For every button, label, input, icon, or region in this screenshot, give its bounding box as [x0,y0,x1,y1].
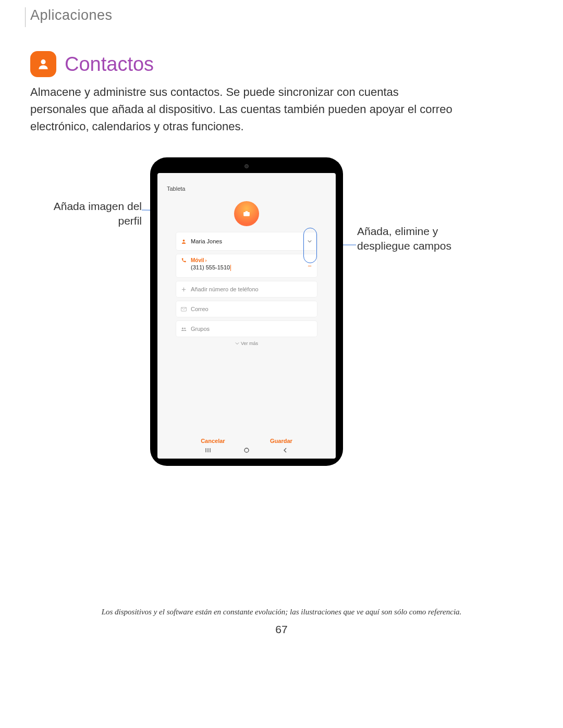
breadcrumb: Aplicaciones [30,7,113,23]
callout-oval [303,228,317,263]
nav-bar [157,446,336,455]
svg-rect-3 [243,212,250,216]
svg-point-8 [184,327,186,329]
text-cursor [230,265,231,271]
groups-field[interactable]: Grupos [176,321,317,337]
screen: Tableta Maria Jones [157,173,336,459]
header-rule [25,7,26,27]
svg-point-7 [181,327,183,329]
nav-recent-icon[interactable] [205,446,211,455]
svg-point-9 [244,448,249,452]
groups-label: Grupos [191,326,317,332]
person-icon [176,239,191,244]
svg-rect-4 [246,211,248,212]
chevron-right-icon: › [205,258,207,263]
remove-field-button[interactable]: − [307,263,313,269]
camera-icon [243,211,250,217]
description-text: Almacene y administre sus contactos. Se … [30,83,452,135]
page-title: Contactos [65,53,154,76]
chevron-down-icon [235,342,239,345]
account-label: Tableta [167,186,185,192]
save-button[interactable]: Guardar [270,438,292,444]
add-phone-label: Añadir número de teléfono [191,286,317,292]
svg-point-0 [41,59,45,64]
bottom-actions: Cancelar Guardar [157,438,336,444]
callout-fields: Añada, elimine y despliegue campos [357,224,461,254]
phone-type-label[interactable]: Móvil [191,257,204,263]
camera-dot [244,164,249,168]
ver-mas-button[interactable]: Ver más [176,341,317,346]
contacts-icon [30,51,56,77]
add-phone-field[interactable]: Añadir número de teléfono [176,281,317,297]
email-label: Correo [191,306,317,312]
page-number: 67 [0,623,563,636]
nav-home-icon[interactable] [243,446,250,455]
cancel-button[interactable]: Cancelar [201,438,225,444]
tablet-mockup: Tableta Maria Jones [150,157,343,466]
name-value: Maria Jones [191,238,317,244]
plus-icon [176,287,191,292]
phone-field[interactable]: Móvil › (311) 555-1510 − [176,254,317,277]
email-icon [176,306,191,312]
phone-number-value: (311) 555-1510 [191,264,230,270]
nav-back-icon[interactable] [282,446,288,455]
add-profile-image-button[interactable] [234,201,259,226]
title-row: Contactos [30,51,154,77]
callout-profile-image: Añada imagen del perfil [45,199,142,229]
phone-icon [176,257,191,263]
name-field[interactable]: Maria Jones [176,232,317,250]
footnote: Los dispositivos y el software están en … [0,608,563,616]
groups-icon [176,326,191,332]
email-field[interactable]: Correo [176,301,317,317]
svg-point-5 [182,239,185,241]
